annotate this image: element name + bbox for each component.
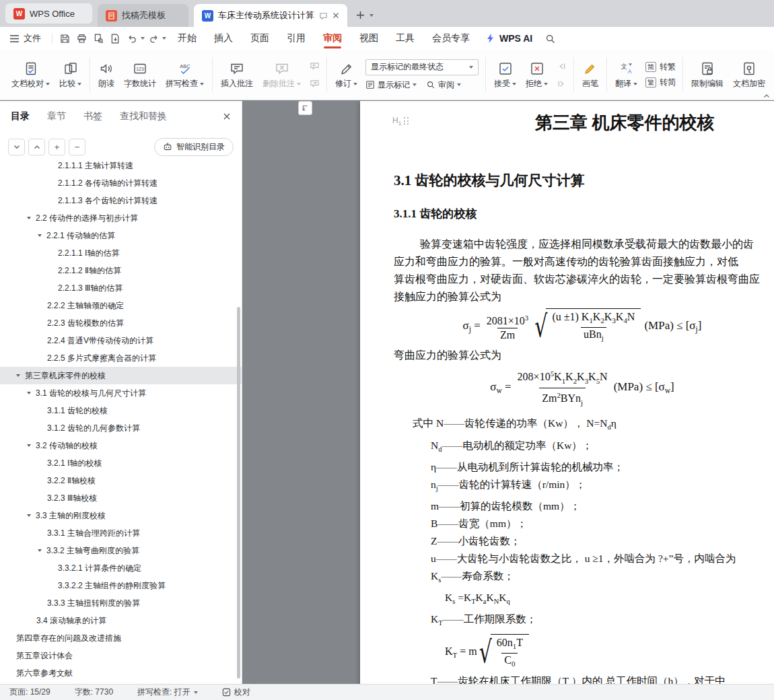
proofing-button[interactable]: 校对 bbox=[222, 687, 250, 698]
next-comment-button[interactable] bbox=[307, 77, 322, 90]
tab-member[interactable]: 会员专享 bbox=[423, 27, 479, 50]
tab-home[interactable]: 开始 bbox=[169, 27, 205, 50]
toc-item[interactable]: 3.2.3 Ⅲ轴校核 bbox=[0, 489, 242, 507]
print-button[interactable] bbox=[73, 30, 90, 46]
chevron-expanded-icon[interactable] bbox=[38, 549, 42, 552]
accept-button[interactable]: 接受 bbox=[489, 53, 521, 96]
toc-item[interactable]: 3.2.2 Ⅱ轴校核 bbox=[0, 472, 242, 489]
toc-item[interactable]: 第四章存在的问题及改进措施 bbox=[0, 629, 242, 647]
ribbon-collapse-button[interactable] bbox=[763, 94, 770, 98]
save-button[interactable] bbox=[57, 30, 73, 46]
translate-button[interactable]: 文A 翻译 bbox=[610, 53, 642, 96]
track-changes-button[interactable]: 修订 bbox=[330, 53, 362, 96]
toc-item[interactable]: 2.1.1.2 各传动轴的计算转速 bbox=[0, 174, 242, 192]
redo-button[interactable] bbox=[145, 30, 162, 46]
tab-current-document[interactable]: W 车床主传动系统设计计算及结 bbox=[194, 4, 347, 27]
print-preview-button[interactable] bbox=[90, 30, 106, 46]
redo-dropdown-icon[interactable] bbox=[162, 37, 166, 40]
toc-item[interactable]: 3.1.1 齿轮的校核 bbox=[0, 402, 242, 419]
toc-scrollbar-thumb[interactable] bbox=[237, 307, 240, 678]
pane-toggle-button[interactable] bbox=[298, 101, 312, 115]
output-pdf-button[interactable] bbox=[107, 30, 123, 46]
review-pane-button[interactable]: 审阅 bbox=[426, 79, 461, 91]
toc-item[interactable]: 2.2.1.3 Ⅲ轴的估算 bbox=[0, 279, 242, 297]
chevron-expanded-icon[interactable] bbox=[27, 217, 31, 219]
insert-comment-button[interactable]: 插入批注 bbox=[216, 53, 258, 96]
tab-contents[interactable]: 目录 bbox=[11, 110, 30, 123]
word-count-indicator[interactable]: 字数: 7730 bbox=[75, 687, 113, 698]
toc-item[interactable]: 3.1 齿轮的校核与几何尺寸计算 bbox=[0, 384, 242, 402]
toc-item[interactable]: 3.3.3 主轴扭转刚度的验算 bbox=[0, 594, 242, 612]
to-simplified-button[interactable]: 繁 转简 bbox=[645, 77, 676, 88]
restrict-edit-button[interactable]: 限制编辑 bbox=[687, 53, 728, 96]
toc-item[interactable]: 3.3.1 主轴合理跨距的计算 bbox=[0, 524, 242, 542]
word-count-button[interactable]: 123 字数统计 bbox=[119, 53, 161, 96]
wps-home-tab[interactable]: W WPS Office bbox=[5, 3, 92, 24]
reject-button[interactable]: 拒绝 bbox=[521, 53, 553, 96]
tab-tools[interactable]: 工具 bbox=[387, 27, 423, 50]
encrypt-doc-button[interactable]: 文档加密 bbox=[728, 53, 770, 96]
tab-list-dropdown-icon[interactable] bbox=[370, 14, 374, 17]
tab-insert[interactable]: 插入 bbox=[205, 27, 242, 50]
tab-find-replace[interactable]: 查找和替换 bbox=[120, 110, 167, 123]
toc-item[interactable]: 第五章设计体会 bbox=[0, 647, 242, 664]
file-menu-button[interactable]: 文件 bbox=[7, 32, 48, 44]
toc-item[interactable]: 2.1.1.3 各个齿轮的计算转速 bbox=[0, 192, 242, 209]
undo-button[interactable] bbox=[124, 30, 140, 46]
toc-item[interactable]: 2.2.1.2 Ⅱ轴的估算 bbox=[0, 262, 242, 279]
doc-proof-button[interactable]: 文档校对 bbox=[7, 53, 55, 96]
close-tab-icon[interactable] bbox=[332, 12, 339, 19]
toc-item[interactable]: 3.2.1 Ⅰ轴的校核 bbox=[0, 454, 242, 472]
tab-view[interactable]: 视图 bbox=[351, 27, 387, 50]
document-page[interactable]: H1 第三章 机床零件的校核 3.1 齿轮的校核与几何尺寸计算 3.1.1 齿轮… bbox=[360, 101, 774, 684]
heading-drag-handle[interactable]: H1 bbox=[392, 116, 409, 127]
undo-dropdown-icon[interactable] bbox=[141, 37, 145, 40]
delete-comment-button[interactable]: 删除批注 bbox=[258, 53, 306, 96]
collapse-all-button[interactable] bbox=[8, 139, 25, 155]
tab-template-doc[interactable]: 找稿壳模板 bbox=[98, 4, 188, 27]
tab-reference[interactable]: 引用 bbox=[278, 27, 314, 50]
previous-comment-button[interactable] bbox=[307, 60, 322, 73]
expand-all-button[interactable] bbox=[28, 139, 45, 155]
toc-item[interactable]: 2.2.1.1 Ⅰ轴的估算 bbox=[0, 244, 242, 262]
new-tab-button[interactable] bbox=[355, 10, 365, 20]
toc-item[interactable]: 3.3.2 主轴弯曲刚度的验算 bbox=[0, 542, 242, 559]
wps-ai-button[interactable]: WPS AI bbox=[485, 33, 532, 44]
smart-toc-button[interactable]: 智能识别目录 bbox=[154, 138, 234, 156]
toc-item[interactable]: 第六章参考文献 bbox=[0, 664, 242, 682]
zoom-out-level-button[interactable]: − bbox=[69, 139, 85, 155]
chevron-expanded-icon[interactable] bbox=[27, 514, 31, 517]
toc-item[interactable]: 3.4 滚动轴承的计算 bbox=[0, 612, 242, 629]
tab-chapters[interactable]: 章节 bbox=[47, 110, 66, 123]
to-traditional-button[interactable]: 简 转繁 bbox=[645, 61, 676, 73]
brush-button[interactable]: 画笔 bbox=[577, 53, 603, 96]
tab-review[interactable]: 审阅 bbox=[314, 27, 351, 50]
toc-item[interactable]: 2.2.5 多片式摩擦离合器的计算 bbox=[0, 349, 242, 367]
zoom-in-level-button[interactable]: + bbox=[48, 139, 65, 155]
spellcheck-toggle[interactable]: 拼写检查: 打开 bbox=[137, 687, 198, 698]
toc-item[interactable]: 3.1.2 齿轮的几何参数计算 bbox=[0, 419, 242, 437]
toc-item-selected[interactable]: 第三章机床零件的校核 bbox=[0, 367, 242, 384]
chevron-expanded-icon[interactable] bbox=[38, 234, 42, 237]
read-aloud-button[interactable]: 朗读 bbox=[94, 53, 119, 96]
previous-change-button[interactable] bbox=[554, 60, 569, 73]
toc-item[interactable]: 3.3.2.2 主轴组件的静刚度验算 bbox=[0, 577, 242, 594]
next-change-button[interactable] bbox=[554, 77, 569, 90]
toc-item[interactable]: 2.2.2 主轴轴颈的确定 bbox=[0, 297, 242, 314]
toc-item[interactable]: 3.3 主轴的刚度校核 bbox=[0, 507, 242, 524]
chevron-expanded-icon[interactable] bbox=[27, 444, 31, 447]
toc-item[interactable]: 2.2.3 齿轮模数的估算 bbox=[0, 314, 242, 332]
toc-item[interactable]: 2.1.1.1 主轴计算转速 bbox=[0, 162, 242, 174]
search-button[interactable] bbox=[542, 30, 558, 46]
toc-item[interactable]: 3.3.2.1 计算条件的确定 bbox=[0, 559, 242, 577]
markup-state-select[interactable]: 显示标记的最终状态 bbox=[365, 59, 479, 75]
show-markup-button[interactable]: 显示标记 bbox=[365, 79, 417, 91]
toc-item[interactable]: 2.2 传动件的选择与初步计算 bbox=[0, 209, 242, 227]
toc-item[interactable]: 3.2 传动轴的校核 bbox=[0, 437, 242, 454]
close-pane-button[interactable] bbox=[223, 112, 231, 120]
toc-item[interactable]: 2.2.1 传动轴的估算 bbox=[0, 227, 242, 244]
compare-button[interactable]: 比较 bbox=[55, 53, 86, 96]
chevron-expanded-icon[interactable] bbox=[27, 392, 31, 394]
chevron-expanded-icon[interactable] bbox=[16, 374, 20, 377]
tab-bookmarks[interactable]: 书签 bbox=[83, 110, 102, 123]
